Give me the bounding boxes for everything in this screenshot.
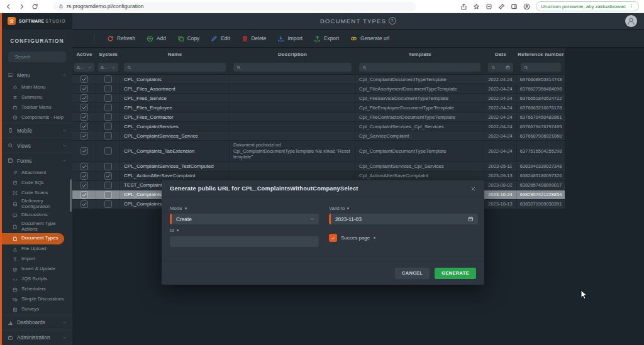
system-checkbox[interactable] — [104, 123, 112, 130]
pin-icon[interactable] — [498, 3, 505, 10]
filter-template[interactable] — [359, 63, 480, 72]
reload-icon[interactable] — [31, 3, 38, 10]
help-icon[interactable]: ? — [389, 17, 396, 25]
table-row[interactable]: CPL_ComplaintServicesCpl_ComplaintServic… — [72, 122, 565, 131]
system-checkbox[interactable] — [104, 85, 112, 92]
sidebar-item-schedulers[interactable]: Schedulers — [2, 285, 72, 295]
sidebar-item-code-scans[interactable]: Code Scans — [2, 188, 72, 198]
close-icon[interactable] — [470, 186, 476, 192]
sidebar-item-document-types[interactable]: Document Types — [2, 233, 64, 244]
generate-url-button[interactable]: Generate url — [345, 30, 395, 47]
active-checkbox[interactable] — [80, 172, 88, 180]
sidebar-item-document-type-actions[interactable]: Document Type Actions — [2, 221, 72, 233]
sidebar-item-surveys[interactable]: Surveys — [2, 305, 72, 315]
system-checkbox[interactable] — [104, 191, 112, 199]
filter-date[interactable] — [488, 63, 513, 72]
sidebar-item-jqs-scripts[interactable]: JQS Scripts — [2, 275, 72, 285]
system-checkbox[interactable] — [104, 94, 112, 102]
menu-toggle-icon[interactable] — [79, 35, 87, 42]
search-input[interactable] — [13, 53, 61, 60]
back-icon[interactable] — [5, 3, 12, 10]
active-checkbox[interactable] — [80, 191, 88, 199]
table-row[interactable]: CPL_ComplaintServices_ServiceCpl_Service… — [72, 131, 565, 141]
table-row[interactable]: CPL_Files_EmployeeCpl_FileEmployeeDocume… — [72, 103, 565, 112]
sidebar-item-main-menu[interactable]: Main Menu — [2, 82, 72, 92]
system-checkbox[interactable] — [104, 113, 112, 121]
sidebar-item-toolbar-menu[interactable]: Toolbar Menu — [2, 102, 72, 112]
table-row[interactable]: CPL_Files_ContractorCpl_FileContractorDo… — [72, 112, 565, 122]
sidebar-item-components-help[interactable]: Components - Help — [2, 112, 72, 123]
system-checkbox[interactable] — [104, 132, 112, 140]
column-header-reference-number: Reference number — [517, 52, 565, 57]
active-checkbox[interactable] — [80, 200, 88, 208]
sidebar-item-insert-update[interactable]: Insert & Update — [2, 265, 72, 275]
avatar[interactable] — [625, 15, 637, 27]
edit-button[interactable]: Edit — [205, 30, 235, 47]
refresh-button[interactable]: Refresh — [101, 30, 141, 47]
table-row[interactable]: CPL_ComplaintsCpl_ComplaintDocumentTypeT… — [72, 75, 565, 84]
delete-button[interactable]: Delete — [236, 30, 272, 47]
table-row[interactable]: CPL_ComplaintServices_TestComputedCpl_Co… — [72, 162, 565, 172]
sidebar-item-attachment[interactable]: Attachment — [2, 168, 72, 178]
active-checkbox[interactable] — [80, 132, 88, 140]
table-row[interactable]: CPL_Files_AssortmentCpl_FileAsortymentDo… — [72, 84, 565, 94]
system-checkbox[interactable] — [104, 172, 112, 180]
system-checkbox[interactable] — [104, 200, 112, 208]
sidebar-section-views[interactable]: Views — [2, 138, 72, 153]
filter-name[interactable] — [124, 63, 226, 72]
system-checkbox[interactable] — [104, 104, 112, 111]
import-button[interactable]: Import — [272, 30, 308, 47]
table-row[interactable]: CPL_Files_ServiceCpl_FileServiceDocument… — [72, 94, 565, 103]
system-checkbox[interactable] — [104, 163, 112, 170]
sidebar-item-submenu[interactable]: Submenu — [2, 92, 72, 102]
active-checkbox[interactable] — [80, 182, 88, 189]
sidebar-section-administration[interactable]: Administration — [2, 330, 72, 345]
system-checkbox[interactable] — [104, 147, 112, 155]
sidebar-section-dashboards[interactable]: Dashboards — [2, 315, 72, 330]
sidebar-section-mobile[interactable]: Mobile — [2, 123, 72, 138]
sidebar-item-discussions[interactable]: Discussions — [2, 211, 72, 221]
sidebar-item-import[interactable]: Import — [2, 255, 72, 265]
star-icon[interactable] — [473, 3, 480, 10]
kebab-menu-icon[interactable] — [629, 4, 634, 9]
cancel-button[interactable]: CANCEL — [395, 268, 430, 279]
update-button[interactable]: Uruchom ponownie, aby zaktualizować — [536, 1, 639, 11]
filter-system[interactable]: A... — [98, 63, 118, 72]
extension-icon[interactable] — [486, 3, 492, 10]
sidebar-toggle-icon[interactable] — [511, 3, 518, 10]
active-checkbox[interactable] — [80, 75, 88, 83]
active-checkbox[interactable] — [80, 123, 88, 130]
table-row[interactable]: CPL_Complaints_TabExtensionDokument poch… — [72, 141, 565, 162]
filter-description[interactable] — [233, 63, 352, 72]
sidebar-item-dictionary-configuration[interactable]: Dictionary Configuration — [2, 198, 72, 211]
active-checkbox[interactable] — [80, 113, 88, 121]
add-button[interactable]: Add — [141, 30, 172, 47]
mode-select[interactable]: Create — [170, 214, 319, 224]
sidebar-section-menu[interactable]: Menu — [2, 68, 72, 82]
success-page-checkbox[interactable] — [329, 234, 337, 242]
filter-active[interactable]: A... — [74, 63, 94, 72]
table-row[interactable]: CPL_ActionAfterSaveComplaintCpl_ActionAf… — [72, 172, 565, 181]
sidebar-section-forms[interactable]: Forms — [2, 153, 72, 168]
profile-icon[interactable] — [523, 3, 530, 10]
generate-button[interactable]: GENERATE — [435, 268, 476, 279]
sidebar-item-simple-discussions[interactable]: Simple Discussions — [2, 295, 72, 305]
sidebar-item-file-upload[interactable]: File Upload — [2, 244, 72, 255]
system-checkbox[interactable] — [104, 75, 112, 83]
id-input[interactable] — [170, 236, 319, 247]
sidebar-item-code-sql[interactable]: Code SQL — [2, 178, 72, 188]
filter-reference-number[interactable] — [521, 63, 561, 72]
forward-icon[interactable] — [18, 3, 25, 10]
active-checkbox[interactable] — [80, 104, 88, 111]
valid-to-input[interactable]: 2023-11-03 — [329, 214, 478, 224]
active-checkbox[interactable] — [80, 147, 88, 155]
copy-button[interactable]: Copy — [172, 30, 205, 47]
share-icon[interactable] — [460, 3, 467, 10]
active-checkbox[interactable] — [80, 85, 88, 92]
sidebar-scrollbar[interactable] — [70, 179, 72, 212]
url-bar[interactable]: rs.programdemo.pl/configuration — [53, 2, 416, 11]
system-checkbox[interactable] — [104, 182, 112, 189]
active-checkbox[interactable] — [80, 163, 88, 170]
active-checkbox[interactable] — [80, 94, 88, 102]
export-button[interactable]: Export — [308, 30, 345, 47]
